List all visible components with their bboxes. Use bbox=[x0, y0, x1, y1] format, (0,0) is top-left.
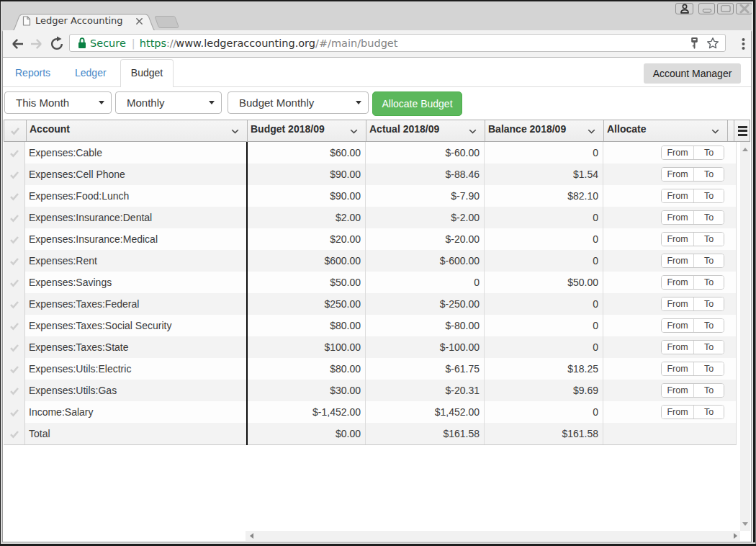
column-divider bbox=[603, 185, 603, 207]
row-account: Expenses:Taxes:State bbox=[25, 336, 246, 358]
allocate-to-button[interactable]: To bbox=[694, 254, 724, 267]
report-select[interactable]: Budget Monthly bbox=[228, 91, 369, 114]
row-select-cell[interactable] bbox=[4, 358, 25, 380]
allocate-from-button[interactable]: From bbox=[662, 233, 694, 246]
allocate-to-button[interactable]: To bbox=[694, 297, 724, 310]
allocate-to-button[interactable]: To bbox=[694, 233, 724, 246]
frequency-select[interactable]: Monthly bbox=[115, 91, 222, 114]
page-content: Reports Ledger Budget Account Manager Th… bbox=[0, 0, 756, 546]
row-actual: $1,452.00 bbox=[365, 401, 480, 423]
row-select-cell[interactable] bbox=[4, 401, 25, 423]
column-divider bbox=[603, 380, 603, 401]
check-icon bbox=[9, 257, 19, 266]
allocate-from-button[interactable]: From bbox=[662, 319, 694, 332]
row-select-cell[interactable] bbox=[4, 336, 25, 358]
allocate-from-button[interactable]: From bbox=[662, 254, 694, 267]
row-actual: $-600.00 bbox=[365, 250, 480, 272]
row-select-cell[interactable] bbox=[4, 272, 25, 293]
row-select-cell[interactable] bbox=[4, 228, 25, 250]
check-icon bbox=[9, 279, 19, 287]
row-account: Expenses:Rent bbox=[25, 250, 246, 272]
allocate-to-button[interactable]: To bbox=[694, 406, 724, 419]
table-row: Expenses:Taxes:State $100.00 $-100.00 0 … bbox=[4, 336, 736, 358]
allocate-to-button[interactable]: To bbox=[694, 146, 724, 159]
row-select-cell[interactable] bbox=[4, 142, 25, 164]
row-account: Income:Salary bbox=[25, 401, 246, 423]
allocate-to-button[interactable]: To bbox=[694, 211, 724, 224]
allocate-budget-button[interactable]: Allocate Budget bbox=[372, 91, 462, 116]
row-actual: $-2.00 bbox=[365, 207, 480, 228]
scroll-left-icon[interactable] bbox=[250, 533, 253, 539]
column-header-balance[interactable]: Balance 2018/09 bbox=[485, 120, 603, 141]
allocate-from-button[interactable]: From bbox=[662, 168, 694, 181]
row-select-cell[interactable] bbox=[4, 315, 25, 336]
row-select-cell[interactable] bbox=[4, 293, 25, 315]
allocate-from-button[interactable]: From bbox=[662, 297, 694, 310]
row-budget: $0.00 bbox=[246, 423, 361, 444]
allocate-to-button[interactable]: To bbox=[694, 276, 724, 289]
table-row: Expenses:Savings $50.00 0 $50.00 From To bbox=[4, 272, 736, 293]
period-select[interactable]: This Month bbox=[4, 91, 112, 114]
allocate-from-button[interactable]: From bbox=[662, 189, 694, 202]
allocate-from-button[interactable]: From bbox=[662, 341, 694, 354]
allocate-to-button[interactable]: To bbox=[694, 362, 724, 375]
check-icon bbox=[9, 149, 19, 158]
row-select-cell[interactable] bbox=[4, 423, 25, 444]
vertical-scrollbar[interactable] bbox=[740, 142, 750, 531]
check-icon bbox=[9, 322, 19, 331]
horizontal-scrollbar[interactable] bbox=[246, 531, 740, 541]
select-caret-icon bbox=[99, 101, 104, 104]
chevron-down-icon[interactable] bbox=[711, 129, 719, 134]
column-divider bbox=[603, 142, 603, 164]
tab-budget[interactable]: Budget bbox=[120, 59, 174, 87]
row-actual: $-20.31 bbox=[365, 380, 480, 401]
tab-reports[interactable]: Reports bbox=[4, 59, 61, 86]
row-account: Expenses:Insurance:Dental bbox=[25, 207, 246, 228]
check-icon bbox=[9, 430, 19, 439]
scroll-down-icon[interactable] bbox=[742, 522, 748, 526]
account-manager-button[interactable]: Account Manager bbox=[644, 63, 741, 84]
allocate-from-button[interactable]: From bbox=[662, 406, 694, 419]
allocate-to-button[interactable]: To bbox=[694, 319, 724, 332]
table-row: Expenses:Rent $600.00 $-600.00 0 From To bbox=[4, 250, 736, 272]
grid-menu-icon[interactable] bbox=[738, 126, 747, 136]
allocate-to-button[interactable]: To bbox=[694, 384, 724, 397]
table-row: Expenses:Taxes:Federal $250.00 $-250.00 … bbox=[4, 293, 736, 315]
allocate-to-button[interactable]: To bbox=[694, 341, 724, 354]
allocate-from-button[interactable]: From bbox=[662, 276, 694, 289]
scroll-up-icon[interactable] bbox=[742, 148, 748, 151]
budget-grid: Account Budget 2018/09 Actual 2018/09 Ba… bbox=[4, 120, 750, 541]
allocate-from-button[interactable]: From bbox=[662, 211, 694, 224]
row-select-cell[interactable] bbox=[4, 380, 25, 401]
chevron-down-icon[interactable] bbox=[469, 129, 477, 134]
column-header-allocate[interactable]: Allocate bbox=[603, 120, 727, 141]
tab-ledger[interactable]: Ledger bbox=[64, 59, 117, 86]
column-header-budget[interactable]: Budget 2018/09 bbox=[247, 120, 366, 141]
chevron-down-icon[interactable] bbox=[350, 129, 358, 134]
allocate-button-group: From To bbox=[661, 254, 724, 268]
column-header-actual[interactable]: Actual 2018/09 bbox=[366, 120, 485, 141]
header-select-all[interactable] bbox=[4, 120, 26, 141]
allocate-to-button[interactable]: To bbox=[694, 168, 724, 181]
allocate-button-group: From To bbox=[661, 146, 724, 160]
scroll-right-icon[interactable] bbox=[734, 533, 737, 539]
row-budget: $600.00 bbox=[246, 250, 361, 272]
row-select-cell[interactable] bbox=[4, 207, 25, 228]
allocate-from-button[interactable]: From bbox=[662, 146, 694, 159]
header-spacer bbox=[727, 120, 734, 141]
row-select-cell[interactable] bbox=[4, 185, 25, 207]
check-icon bbox=[9, 365, 19, 374]
row-select-cell[interactable] bbox=[4, 250, 25, 272]
row-select-cell[interactable] bbox=[4, 164, 25, 185]
chevron-down-icon[interactable] bbox=[588, 129, 595, 134]
table-row: Expenses:Cell Phone $90.00 $-88.46 $1.54… bbox=[4, 164, 736, 185]
allocate-from-button[interactable]: From bbox=[662, 362, 694, 375]
column-divider bbox=[603, 250, 603, 272]
column-header-account[interactable]: Account bbox=[26, 120, 247, 141]
grid-menu-cell[interactable] bbox=[734, 120, 750, 141]
allocate-from-button[interactable]: From bbox=[662, 384, 694, 397]
allocate-to-button[interactable]: To bbox=[694, 189, 724, 202]
chevron-down-icon[interactable] bbox=[231, 129, 239, 134]
row-balance: $161.58 bbox=[484, 423, 598, 444]
allocate-button-group: From To bbox=[661, 297, 724, 311]
